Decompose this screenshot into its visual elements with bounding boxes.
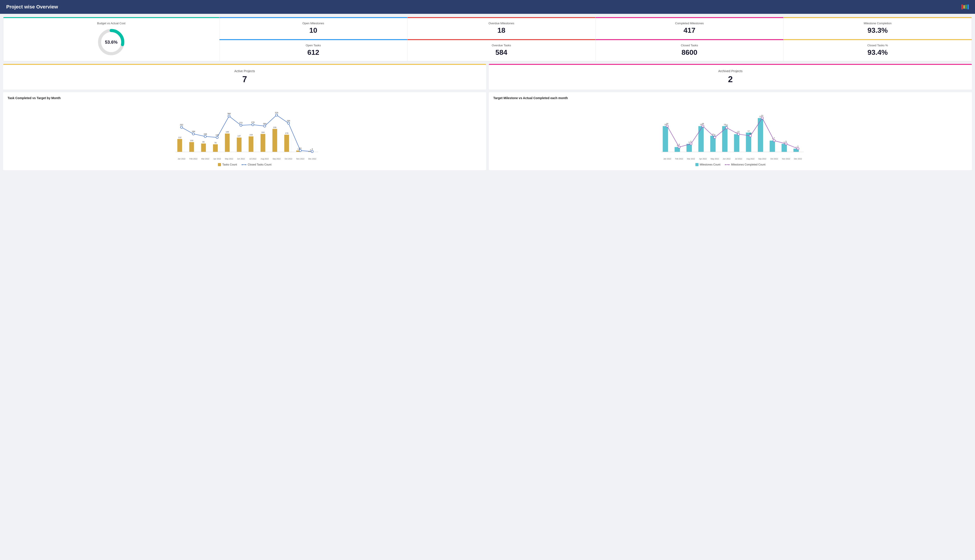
completed-milestones-label: Completed Milestones (675, 22, 704, 25)
svg-text:Feb 2022: Feb 2022 (675, 158, 683, 160)
overdue-tasks-label: Overdue Tasks (492, 44, 511, 47)
closed-tasks-pct-border (783, 39, 972, 40)
svg-text:Apr 2022: Apr 2022 (213, 158, 221, 160)
milestone-chart-svg: 16Jan 20223Feb 20225Mar 202216Apr 202210… (493, 103, 967, 161)
svg-point-112 (678, 146, 680, 148)
svg-point-50 (180, 126, 183, 128)
svg-text:4: 4 (312, 148, 313, 150)
svg-text:11: 11 (737, 130, 740, 133)
open-milestones-border (220, 17, 407, 18)
page-title: Project wise Overview (6, 4, 58, 10)
svg-text:376: 376 (275, 112, 278, 114)
svg-text:Aug 2022: Aug 2022 (261, 158, 269, 160)
svg-text:Dec 2022: Dec 2022 (308, 158, 317, 160)
legend-closed-label: Closed Tasks Count (248, 163, 272, 166)
svg-point-58 (275, 114, 278, 116)
svg-point-118 (749, 135, 752, 137)
active-projects-border (3, 64, 486, 65)
closed-tasks-cell: Closed Tasks 8600 (595, 39, 783, 61)
top-kpi-row: Budget vs Actual Cost 53.6% Open Milesto… (3, 17, 972, 61)
open-tasks-border (220, 39, 407, 40)
completed-milestones-cell: Completed Milestones 417 (595, 17, 783, 39)
svg-text:252: 252 (180, 123, 183, 126)
svg-rect-17 (237, 137, 242, 152)
svg-rect-11 (213, 144, 218, 152)
svg-point-120 (773, 140, 775, 142)
milestone-chart-area: 16Jan 20223Feb 20225Mar 202216Apr 202210… (493, 103, 967, 161)
overdue-milestones-border (408, 17, 595, 18)
svg-text:3: 3 (678, 143, 680, 146)
archived-projects-value: 2 (728, 75, 733, 84)
svg-text:188: 188 (225, 131, 229, 133)
archived-projects-label: Archived Projects (718, 69, 743, 73)
archived-projects-border (489, 64, 972, 65)
overdue-tasks-value: 584 (495, 48, 507, 57)
svg-text:Jan 2022: Jan 2022 (178, 158, 185, 160)
svg-text:2: 2 (797, 145, 798, 147)
charts-row: Task Completed vs Target by Month 132Jan… (3, 92, 972, 170)
svg-text:159: 159 (249, 133, 253, 136)
svg-text:5: 5 (689, 141, 690, 143)
active-projects-value: 7 (242, 75, 247, 84)
svg-text:158: 158 (203, 133, 207, 135)
logo-bar-green (965, 5, 967, 9)
svg-text:Jul 2022: Jul 2022 (249, 158, 257, 160)
legend-closed-dot (243, 164, 245, 165)
svg-text:Jul 2022: Jul 2022 (735, 158, 742, 160)
svg-text:10: 10 (749, 132, 752, 135)
legend-closed-tasks: Closed Tasks Count (242, 163, 272, 166)
task-chart-card: Task Completed vs Target by Month 132Jan… (3, 92, 486, 170)
svg-text:Sep 2022: Sep 2022 (758, 158, 767, 160)
open-milestones-value: 10 (309, 26, 317, 35)
logo-bar-yellow (963, 5, 965, 9)
svg-text:16: 16 (702, 123, 704, 125)
svg-rect-72 (698, 126, 703, 152)
budget-value: 53.6% (105, 40, 118, 45)
svg-rect-78 (722, 126, 727, 152)
logo-bar-blue (967, 5, 969, 9)
donut-chart: 53.6% (97, 28, 126, 57)
svg-text:147: 147 (238, 135, 241, 137)
budget-label: Budget vs Actual Cost (97, 22, 125, 25)
svg-rect-23 (260, 134, 265, 152)
svg-point-60 (299, 150, 302, 152)
svg-point-111 (666, 125, 668, 127)
svg-text:5: 5 (785, 140, 787, 143)
svg-rect-2 (177, 139, 182, 152)
legend-tasks-label: Tasks Count (222, 163, 237, 166)
legend-milestones-label: Milestones Count (700, 163, 720, 166)
svg-point-53 (216, 136, 218, 138)
svg-text:Oct 2022: Oct 2022 (770, 158, 778, 160)
open-milestones-cell: Open Milestones 10 (220, 17, 408, 39)
svg-text:86: 86 (202, 141, 205, 143)
active-projects-label: Active Projects (234, 69, 255, 73)
svg-text:12: 12 (748, 130, 750, 132)
svg-text:Mar 2022: Mar 2022 (201, 158, 209, 160)
milestone-completion-cell: Milestone Completion 93.3% (783, 17, 972, 39)
svg-text:366: 366 (227, 112, 231, 115)
svg-text:9: 9 (714, 134, 715, 136)
svg-text:May 2022: May 2022 (225, 158, 233, 160)
overdue-tasks-border (408, 39, 595, 40)
legend-tasks: Tasks Count (218, 163, 237, 166)
overdue-tasks-cell: Overdue Tasks 584 (408, 39, 595, 61)
svg-rect-29 (284, 135, 289, 152)
closed-tasks-pct-label: Closed Tasks % (867, 44, 888, 47)
svg-text:278: 278 (251, 121, 255, 123)
legend-milestones-box (695, 163, 698, 166)
svg-text:184: 184 (192, 130, 195, 133)
completed-milestones-border (595, 17, 783, 18)
logo (962, 5, 969, 9)
overdue-milestones-label: Overdue Milestones (488, 22, 514, 25)
svg-text:132: 132 (178, 136, 182, 138)
svg-rect-8 (201, 143, 206, 152)
milestone-chart-card: Target Milestone vs Actual Completed eac… (489, 92, 972, 170)
svg-text:235: 235 (273, 126, 277, 128)
task-chart-area: 132Jan 2022100Feb 202286Mar 202278Apr 20… (8, 103, 482, 161)
svg-point-117 (737, 133, 740, 135)
svg-rect-90 (770, 140, 775, 152)
milestone-completion-border (783, 17, 972, 18)
milestone-chart-title: Target Milestone vs Actual Completed eac… (493, 96, 967, 100)
svg-text:Sep 2022: Sep 2022 (272, 158, 281, 160)
svg-text:Jun 2022: Jun 2022 (237, 158, 245, 160)
